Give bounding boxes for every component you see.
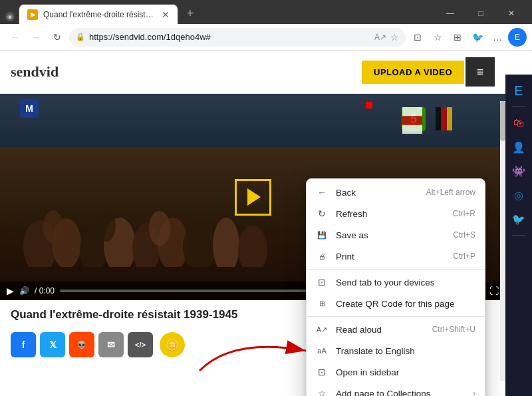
collections-icon[interactable]: ⊞ [448, 28, 467, 47]
read-aloud-shortcut: Ctrl+Shift+U [432, 325, 475, 334]
context-menu-separator-2 [307, 316, 485, 317]
read-aloud-icon: A↗ [374, 33, 386, 42]
volume-icon[interactable]: 🔊 [19, 286, 29, 296]
context-menu-print[interactable]: 🖨 Print Ctrl+P [307, 246, 485, 267]
embed-share-button[interactable]: </> [128, 332, 153, 357]
save-as-shortcut: Ctrl+S [453, 230, 475, 240]
context-menu-read-aloud[interactable]: A↗ Read aloud Ctrl+Shift+U [307, 319, 485, 340]
refresh-shortcut: Ctrl+R [453, 209, 475, 218]
content-area: sendvid UPLOAD A VIDEO ≡ M 5 [0, 51, 532, 396]
read-aloud-label: Read aloud [336, 325, 424, 335]
context-menu-qr[interactable]: ⊞ Create QR Code for this page [307, 293, 485, 314]
scrollbar[interactable] [500, 101, 505, 381]
back-icon: ← [316, 186, 328, 198]
forward-button[interactable]: → [27, 28, 45, 47]
qr-icon: ⊞ [316, 297, 328, 309]
reddit-share-button[interactable]: 👽 [69, 332, 94, 357]
back-shortcut: Alt+Left arrow [426, 188, 475, 197]
print-icon: 🖨 [316, 250, 328, 262]
send-tab-icon: ⊡ [316, 276, 328, 288]
context-menu-send-tab[interactable]: ⊡ Send tab to your devices [307, 272, 485, 293]
collections-label: Add page to Collections [336, 389, 465, 397]
tab-favicon: ▶ [27, 9, 38, 20]
edge-profile-icon[interactable]: E [508, 28, 527, 47]
favorites-icon[interactable]: ☆ [428, 28, 447, 47]
sidebar-tools-button[interactable]: 🛍 [508, 112, 529, 134]
qr-label: Create QR Code for this page [336, 299, 475, 309]
tab-bar: ◉ ▶ Quand l'extrême-droite résistait... … [0, 0, 532, 24]
nav-right-icons: ⊡ ☆ ⊞ 🐦 … E [408, 28, 527, 47]
context-menu-save-as[interactable]: 💾 Save as Ctrl+S [307, 224, 485, 246]
collections-icon: ☆ [316, 387, 328, 396]
read-aloud-icon: A↗ [316, 323, 328, 335]
new-tab-button[interactable]: + [181, 4, 200, 23]
nav-bar: ← → ↻ 🔒 https://sendvid.com/1dqeho4w# A↗… [0, 24, 532, 51]
print-label: Print [336, 252, 445, 262]
play-button[interactable] [235, 179, 271, 216]
sidebar-outlook-button[interactable]: ◎ [508, 184, 529, 206]
context-menu-refresh[interactable]: ↻ Refresh Ctrl+R [307, 203, 485, 224]
bookmark-icon[interactable]: ☆ [390, 32, 399, 43]
context-menu-collections[interactable]: ☆ Add page to Collections › [307, 383, 485, 396]
print-shortcut: Ctrl+P [453, 252, 475, 261]
back-button[interactable]: ← [5, 28, 24, 47]
context-menu-translate[interactable]: aA Translate to English [307, 340, 485, 361]
translate-icon: aA [316, 345, 328, 357]
site-header: sendvid UPLOAD A VIDEO ≡ [0, 51, 505, 94]
back-label: Back [336, 188, 418, 198]
send-tab-label: Send tab to your devices [336, 278, 475, 288]
play-pause-button[interactable]: ▶ [7, 286, 14, 296]
context-menu-separator-1 [307, 269, 485, 270]
window-controls: — □ ✕ [435, 4, 527, 23]
browser-frame: ◉ ▶ Quand l'extrême-droite résistait... … [0, 0, 532, 396]
active-tab[interactable]: ▶ Quand l'extrême-droite résistait... ✕ [19, 4, 178, 24]
tab-close-button[interactable]: ✕ [162, 9, 170, 20]
sidebar-user-button[interactable]: 👤 [508, 136, 529, 158]
extension-icon[interactable]: 🐦 [468, 28, 487, 47]
profile-icon: ◉ [5, 12, 15, 21]
twitter-share-button[interactable]: 𝕏 [40, 332, 65, 357]
play-icon [247, 188, 261, 206]
site-logo: sendvid [11, 63, 59, 81]
split-tab-icon[interactable]: ⊡ [408, 28, 427, 47]
sidebar-games-button[interactable]: 👾 [508, 160, 529, 182]
coin-button[interactable]: 🪙 [160, 332, 185, 357]
save-as-label: Save as [336, 230, 445, 240]
close-button[interactable]: ✕ [496, 4, 527, 23]
save-as-icon: 💾 [316, 229, 328, 241]
upload-video-button[interactable]: UPLOAD A VIDEO [362, 61, 464, 84]
security-icon: 🔒 [76, 33, 85, 41]
context-menu-open-sidebar[interactable]: ⊡ Open in sidebar [307, 361, 485, 383]
email-share-button[interactable]: ✉ [98, 332, 124, 357]
more-tools-icon[interactable]: … [488, 28, 507, 47]
time-display: / 0:00 [35, 286, 55, 296]
tab-title: Quand l'extrême-droite résistait... [43, 10, 156, 19]
collections-arrow: › [473, 389, 475, 396]
sidebar-twitter-button[interactable]: 🐦 [508, 208, 529, 230]
minimize-button[interactable]: — [435, 4, 466, 23]
hamburger-menu-button[interactable]: ≡ [466, 57, 495, 87]
open-sidebar-label: Open in sidebar [336, 367, 475, 377]
scrollbar-thumb[interactable] [500, 101, 505, 141]
refresh-button[interactable]: ↻ [48, 28, 66, 47]
context-menu-back[interactable]: ← Back Alt+Left arrow [307, 182, 485, 203]
refresh-icon: ↻ [316, 208, 328, 220]
address-text: https://sendvid.com/1dqeho4w# [89, 32, 370, 42]
open-sidebar-icon: ⊡ [316, 366, 328, 378]
fullscreen-button[interactable]: ⛶ [489, 286, 499, 296]
sidebar-discover-button[interactable]: E [508, 80, 529, 101]
maximize-button[interactable]: □ [466, 4, 496, 23]
refresh-label: Refresh [336, 209, 445, 219]
address-bar[interactable]: 🔒 https://sendvid.com/1dqeho4w# A↗ ☆ [69, 28, 406, 47]
tab-icon-group: ◉ [5, 12, 15, 24]
translate-label: Translate to English [336, 346, 475, 356]
edge-sidebar: E 🛍 👤 👾 ◎ 🐦 ⚙ ⊕ [505, 75, 532, 396]
facebook-share-button[interactable]: f [11, 332, 36, 357]
context-menu: ← Back Alt+Left arrow ↻ Refresh Ctrl+R 💾… [306, 178, 485, 396]
